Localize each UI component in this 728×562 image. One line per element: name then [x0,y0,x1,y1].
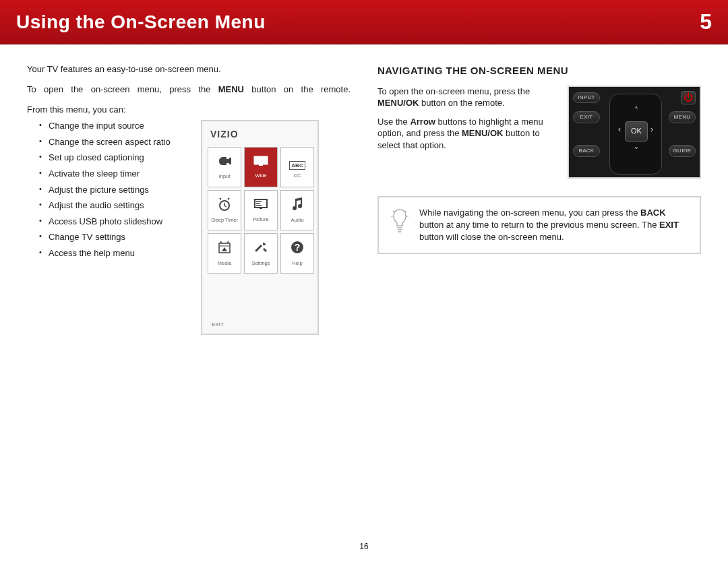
power-icon: ⏻ [684,91,693,104]
arrow-left-icon: ‹ [613,124,626,135]
list-item: Change the input source [39,120,189,132]
remote-power-button: ⏻ [681,91,696,104]
svg-text:?: ? [295,242,301,253]
menu-cell-picture: Picture [244,190,278,230]
menu-exit-label: EXIT [208,274,312,328]
remote-guide-button: GUIDE [669,145,696,157]
intro-text-2: To open the on-screen menu, press the ME… [27,84,351,96]
remote-ok-button: OK [625,121,648,142]
cc-icon: ABC [289,156,305,169]
list-item: Activate the sleep timer [39,168,189,180]
remote-illustration: INPUT EXIT BACK MENU GUIDE ⏻ OK ˄ ˅ ‹ › [568,86,701,179]
plug-icon [217,154,232,170]
menu-cell-sleep: Sleep Timer [208,190,241,230]
menu-illustration: VIZIO Input Wide A [201,120,319,335]
chapter-number: 5 [700,7,712,37]
right-column: NAVIGATING THE ON-SCREEN MENU To open th… [377,63,701,335]
help-icon: ? [290,240,305,257]
remote-dpad: OK ˄ ˅ ‹ › [609,94,662,175]
remote-back-button: BACK [573,145,600,157]
nav-instructions: To open the on-screen menu, press the ME… [377,86,558,158]
lightbulb-icon [390,207,410,237]
svg-rect-1 [259,164,263,166]
clock-icon [217,197,232,214]
remote-exit-button: EXIT [573,111,600,123]
menu-cell-audio: Audio [280,190,314,230]
chapter-header: Using the On-Screen Menu 5 [0,0,728,44]
list-item: Access USB photo slideshow [39,216,189,228]
nav-para-2: Use the Arrow buttons to highlight a men… [377,116,558,152]
feature-list: Change the input source Change the scree… [27,120,189,263]
vizio-logo: VIZIO [208,128,312,147]
content-area: Your TV features an easy-to-use on-scree… [0,44,728,335]
menu-cell-wide: Wide [244,147,278,187]
menu-cell-input: Input [208,147,241,187]
intro-text-1: Your TV features an easy-to-use on-scree… [27,63,351,75]
svg-rect-0 [254,156,268,164]
remote-input-button: INPUT [573,92,600,103]
menu-cell-settings: Settings [244,233,278,274]
list-item: Adjust the audio settings [39,199,189,212]
list-item: Change the screen aspect ratio [39,136,189,148]
page-number: 16 [0,541,728,553]
list-item: Set up closed captioning [39,152,189,164]
arrow-right-icon: › [645,124,659,135]
media-icon [217,240,232,257]
svg-rect-4 [260,208,262,209]
nav-para-1: To open the on-screen menu, press the ME… [377,86,558,109]
list-item: Access the help menu [39,247,189,259]
arrow-up-icon: ˄ [630,105,643,117]
tip-box: While navigating the on-screen menu, you… [377,196,701,255]
page-title: Using the On-Screen Menu [16,9,266,35]
left-column: Your TV features an easy-to-use on-scree… [27,63,351,335]
section-heading: NAVIGATING THE ON-SCREEN MENU [377,63,701,77]
picture-icon [253,197,269,213]
tip-text: While navigating the on-screen menu, you… [419,207,689,244]
remote-menu-button: MENU [669,111,696,123]
arrow-down-icon: ˅ [630,146,643,157]
menu-cell-media: Media [208,233,241,274]
list-item: Change TV settings [39,231,189,243]
wrench-icon [253,240,268,257]
wide-icon [253,155,269,169]
list-item: Adjust the picture settings [39,184,189,196]
menu-cell-help: ? Help [280,233,314,274]
music-icon [291,197,304,214]
from-line: From this menu, you can: [27,104,351,116]
menu-cell-cc: ABC CC [280,147,314,187]
